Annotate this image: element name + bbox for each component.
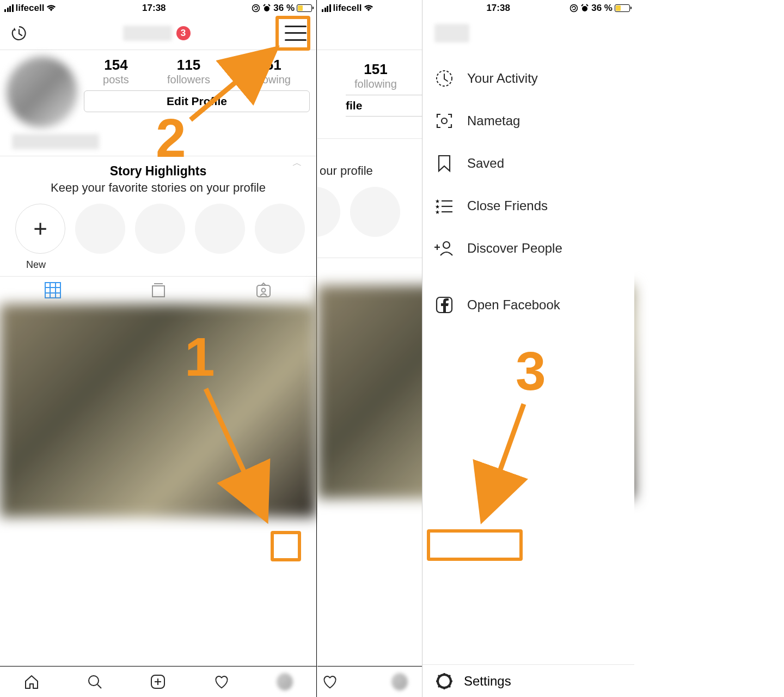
carrier-label: lifecell [16,3,45,14]
status-bar: lifecell 17:38 36 % [0,0,316,16]
svg-point-33 [442,678,447,684]
menu-item-label: Open Facebook [467,297,560,313]
menu-item-saved[interactable]: Saved [434,154,622,173]
status-bar: 17:38 36 % [422,0,634,16]
menu-icon[interactable] [285,26,307,41]
svg-rect-2 [45,283,60,298]
svg-point-18 [571,5,578,12]
svg-text:★: ★ [435,209,440,214]
bio-redacted [12,134,99,149]
menu-item-close-friends[interactable]: ★★★ Close Friends [434,196,622,216]
highlights-row[interactable]: + [0,195,316,257]
signal-icon [4,4,14,12]
username-redacted [123,26,172,41]
svg-line-39 [449,686,450,687]
stat-posts[interactable]: 154posts [103,57,129,86]
svg-point-0 [253,5,260,12]
svg-point-21 [442,118,447,124]
nav-add-icon[interactable] [150,674,166,690]
screen-profile: lifecell 17:38 36 % 3 154posts 115follow… [0,0,317,697]
battery-icon [297,4,312,12]
svg-line-40 [438,686,440,687]
highlight-placeholder [317,187,340,237]
menu-item-your-activity[interactable]: Your Activity [434,69,622,88]
highlight-new-label: New [0,259,316,271]
battery-icon [615,4,630,12]
nav-home-icon[interactable] [23,674,40,690]
tab-feed[interactable] [106,277,211,304]
tab-grid[interactable] [0,277,106,304]
menu-item-open-facebook[interactable]: Open Facebook [434,295,622,315]
nav-activity-icon[interactable] [213,674,230,690]
profile-header: 3 [0,16,316,50]
wifi-icon [46,4,56,12]
menu-item-discover-people[interactable]: Discover People [434,239,622,258]
orientation-lock-icon [569,4,578,13]
menu-item-label: Close Friends [467,198,548,213]
clock-label: 17:38 [142,3,166,14]
notification-badge[interactable]: 3 [176,26,191,40]
svg-line-12 [97,684,101,688]
alarm-icon [262,4,271,13]
highlight-placeholder [135,204,185,254]
menu-item-label: Discover People [467,241,562,256]
nav-search-icon[interactable] [87,674,103,690]
nav-profile-icon[interactable] [391,674,408,690]
highlight-placeholder [255,204,305,254]
orientation-lock-icon [252,4,260,13]
stat-following[interactable]: 151following [248,57,291,86]
battery-pct-label: 36 % [273,3,295,14]
svg-rect-7 [152,286,164,297]
highlight-placeholder [350,187,400,237]
facebook-icon [434,295,454,315]
side-menu-panel: 17:38 36 % Your Activity Nametag Saved ★… [422,0,634,697]
alarm-icon [580,4,589,13]
battery-pct-label: 36 % [591,3,612,14]
nametag-icon [434,111,454,131]
stat-followers[interactable]: 115followers [167,57,210,86]
archive-icon[interactable] [10,24,28,42]
photo-grid[interactable] [0,304,316,517]
tab-tagged[interactable] [211,277,316,304]
profile-avatar[interactable] [7,57,77,127]
menu-item-label: Nametag [467,113,520,129]
svg-point-10 [262,289,266,292]
clock-label: 17:38 [486,3,510,14]
stat-following[interactable]: 151following [354,61,397,90]
svg-rect-9 [257,285,270,297]
nav-profile-icon[interactable] [277,674,293,690]
settings-icon [434,671,454,691]
username-redacted [434,24,469,42]
nav-activity-icon[interactable] [322,674,338,690]
edit-profile-button[interactable]: Edit Profile [84,90,310,112]
highlight-placeholder [75,204,125,254]
menu-item-settings[interactable]: Settings [422,664,634,697]
saved-icon [434,154,454,173]
discover-people-icon [434,239,454,258]
bottom-nav [0,666,316,697]
menu-item-nametag[interactable]: Nametag [434,111,622,131]
svg-point-11 [89,676,99,686]
settings-label: Settings [464,674,511,689]
highlights-subtitle: Keep your favorite stories on your profi… [0,181,316,195]
menu-item-label: Saved [467,156,504,171]
side-menu-header [422,16,634,50]
svg-line-38 [438,675,440,677]
menu-item-label: Your Activity [467,71,538,86]
highlight-placeholder [195,204,245,254]
highlights-title: Story Highlights [0,164,316,179]
svg-point-28 [443,242,450,248]
svg-line-41 [449,675,450,677]
svg-point-19 [582,6,587,11]
signal-icon [322,4,331,12]
highlight-new-button[interactable]: + [15,204,65,254]
close-friends-icon: ★★★ [434,196,454,216]
svg-point-1 [264,6,270,11]
profile-view-tabs [0,276,316,304]
wifi-icon [364,4,373,12]
chevron-up-icon[interactable]: ︿ [292,156,302,169]
activity-icon [434,69,454,88]
carrier-label: lifecell [333,3,362,14]
